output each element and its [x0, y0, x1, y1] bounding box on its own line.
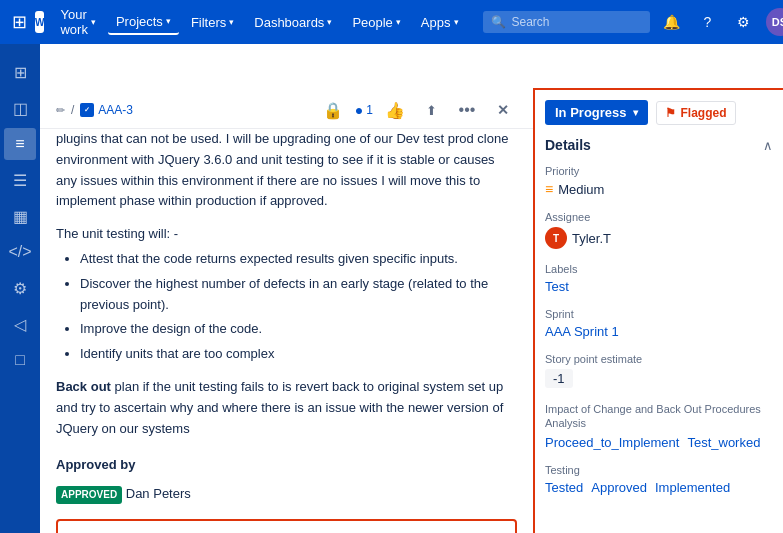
- testing-tag-implemented[interactable]: Implemented: [655, 480, 730, 495]
- right-panel: In Progress ▾ ⚑ Flagged Details ∧ Priori…: [533, 88, 783, 533]
- testing-row: Testing Tested Approved Implemented: [545, 464, 773, 495]
- user-avatar[interactable]: DS: [766, 8, 784, 36]
- labels-row: Labels Test: [545, 263, 773, 294]
- nav-item-dashboards[interactable]: Dashboards ▾: [246, 11, 340, 34]
- main-wrapper: ✏ / ✓ AAA-3 🔒 ● 1 👍 ⬆ ••• ✕: [40, 88, 783, 533]
- assignee-value: T Tyler.T: [545, 227, 773, 249]
- chevron-down-icon: ▾: [91, 17, 96, 27]
- nav-item-projects[interactable]: Projects ▾: [108, 10, 179, 35]
- sidebar-board-icon[interactable]: ◫: [4, 92, 36, 124]
- sidebar-code-icon[interactable]: </>: [4, 236, 36, 268]
- impact-link-2[interactable]: Test_worked: [687, 435, 760, 450]
- details-header: Details ∧: [545, 137, 773, 153]
- more-icon[interactable]: •••: [453, 96, 481, 124]
- status-button[interactable]: In Progress ▾: [545, 100, 648, 125]
- help-icon[interactable]: ?: [694, 8, 722, 36]
- like-icon[interactable]: 👍: [381, 96, 409, 124]
- chevron-down-icon: ▾: [633, 107, 638, 118]
- sidebar-settings-icon[interactable]: ⚙: [4, 272, 36, 304]
- search-icon: 🔍: [491, 15, 506, 29]
- impact-link-1[interactable]: Proceed_to_Implement: [545, 435, 679, 450]
- details-title: Details: [545, 137, 591, 153]
- chevron-down-icon: ▾: [327, 17, 332, 27]
- bullet-list: Attest that the code returns expected re…: [80, 249, 517, 365]
- nav-item-yourwork[interactable]: Your work ▾: [52, 3, 103, 41]
- story-points-label: Story point estimate: [545, 353, 773, 365]
- story-point-box: -1: [545, 369, 573, 388]
- impact-row: Impact of Change and Back Out Procedures…: [545, 402, 773, 450]
- assignee-row: Assignee T Tyler.T: [545, 211, 773, 249]
- search-input[interactable]: [512, 15, 642, 29]
- breadcrumb-separator: /: [71, 103, 74, 117]
- testing-tag-approved[interactable]: Approved: [591, 480, 647, 495]
- chevron-down-icon: ▾: [229, 17, 234, 27]
- header-actions: 🔒 ● 1 👍 ⬆ ••• ✕: [319, 96, 517, 124]
- sidebar-timeline-icon[interactable]: ☰: [4, 164, 36, 196]
- sidebar-back-icon[interactable]: ◁: [4, 308, 36, 340]
- priority-value: ≡ Medium: [545, 181, 773, 197]
- assignee-label: Assignee: [545, 211, 773, 223]
- story-points-value: -1: [545, 369, 773, 388]
- sprint-label: Sprint: [545, 308, 773, 320]
- nav-item-filters[interactable]: Filters ▾: [183, 11, 242, 34]
- sprint-row: Sprint AAA Sprint 1: [545, 308, 773, 339]
- lock-icon[interactable]: 🔒: [319, 96, 347, 124]
- approved-by-label: Approved by: [56, 455, 517, 476]
- sprint-value: AAA Sprint 1: [545, 324, 773, 339]
- approved-name: Dan Peters: [126, 486, 191, 501]
- sidebar-pages-icon[interactable]: □: [4, 344, 36, 376]
- nav-logo[interactable]: W: [35, 11, 44, 33]
- nav-item-apps[interactable]: Apps ▾: [413, 11, 467, 34]
- grid-icon[interactable]: ⊞: [12, 11, 27, 33]
- back-out-text: plan if the unit testing fails to is rev…: [56, 379, 503, 436]
- nav-items: Your work ▾ Projects ▾ Filters ▾ Dashboa…: [52, 3, 466, 41]
- testing-label: Testing: [545, 464, 773, 476]
- eye-icon: ●: [355, 102, 363, 118]
- details-chevron-icon[interactable]: ∧: [763, 138, 773, 153]
- assignee-avatar: T: [545, 227, 567, 249]
- content-panel: ✏ / ✓ AAA-3 🔒 ● 1 👍 ⬆ ••• ✕: [40, 88, 533, 533]
- settings-icon[interactable]: ⚙: [730, 8, 758, 36]
- sidebar-home-icon[interactable]: ⊞: [4, 56, 36, 88]
- list-item: Discover the highest number of defects i…: [80, 274, 517, 316]
- list-item: Improve the design of the code.: [80, 319, 517, 340]
- chevron-down-icon: ▾: [166, 16, 171, 26]
- unit-testing-label: The unit testing will: -: [56, 224, 517, 245]
- issue-body: plugins that can not be used. I will be …: [40, 129, 533, 533]
- impact-links: Proceed_to_Implement Test_worked: [545, 435, 773, 450]
- labels-value: Test: [545, 279, 773, 294]
- sprint-link[interactable]: AAA Sprint 1: [545, 324, 619, 339]
- comment-highlight-box: I have now approved this to be implement…: [56, 519, 517, 533]
- nav-action-icons: 🔔 ? ⚙ DS: [658, 8, 784, 36]
- breadcrumb: ✏ / ✓ AAA-3: [56, 103, 133, 117]
- story-points-row: Story point estimate -1: [545, 353, 773, 388]
- sidebar-list-icon[interactable]: ≡: [4, 128, 36, 160]
- issue-body-text: plugins that can not be used. I will be …: [56, 129, 517, 212]
- share-icon[interactable]: ⬆: [417, 96, 445, 124]
- back-out-label: Back out: [56, 379, 111, 394]
- search-bar[interactable]: 🔍: [483, 11, 650, 33]
- sidebar-reports-icon[interactable]: ▦: [4, 200, 36, 232]
- status-bar: In Progress ▾ ⚑ Flagged: [545, 100, 773, 125]
- flagged-button[interactable]: ⚑ Flagged: [656, 101, 736, 125]
- approved-row: APPROVED Dan Peters: [56, 484, 517, 505]
- testing-tag-tested[interactable]: Tested: [545, 480, 583, 495]
- notifications-icon[interactable]: 🔔: [658, 8, 686, 36]
- close-icon[interactable]: ✕: [489, 96, 517, 124]
- left-sidebar: ⊞ ◫ ≡ ☰ ▦ </> ⚙ ◁ □: [0, 44, 40, 533]
- impact-label: Impact of Change and Back Out Procedures…: [545, 402, 773, 431]
- watch-button[interactable]: ● 1: [355, 102, 373, 118]
- nav-item-people[interactable]: People ▾: [344, 11, 408, 34]
- logo-text: W: [35, 17, 44, 28]
- ticket-icon: ✓: [80, 103, 94, 117]
- back-out-section: Back out plan if the unit testing fails …: [56, 377, 517, 439]
- label-tag[interactable]: Test: [545, 279, 569, 294]
- testing-tags: Tested Approved Implemented: [545, 480, 773, 495]
- breadcrumb-ticket-link[interactable]: ✓ AAA-3: [80, 103, 133, 117]
- list-item: Identify units that are too complex: [80, 344, 517, 365]
- top-navigation: ⊞ W Your work ▾ Projects ▾ Filters ▾ Das…: [0, 0, 783, 44]
- flag-icon: ⚑: [665, 106, 676, 120]
- chevron-down-icon: ▾: [396, 17, 401, 27]
- list-item: Attest that the code returns expected re…: [80, 249, 517, 270]
- edit-icon: ✏: [56, 104, 65, 117]
